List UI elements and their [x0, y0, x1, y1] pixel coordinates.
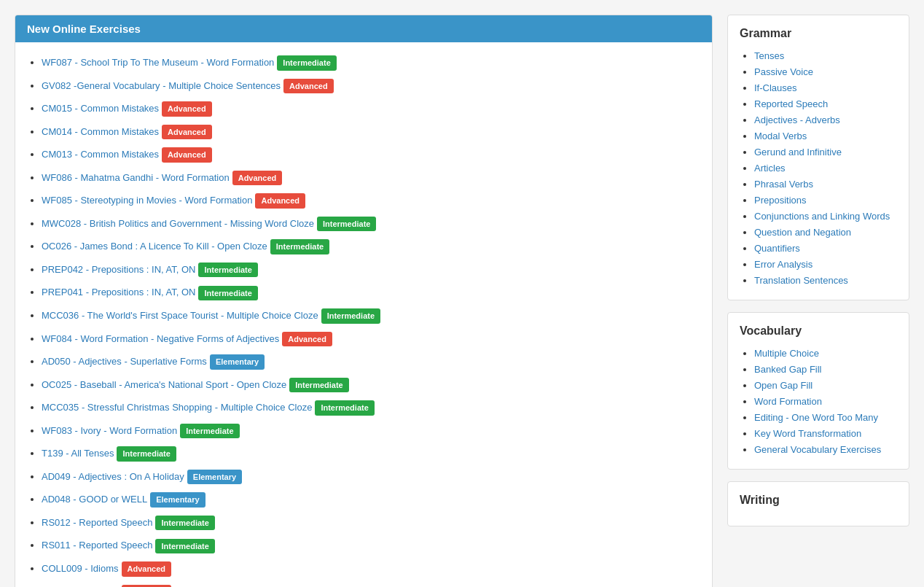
level-badge: Elementary [150, 492, 205, 508]
level-badge: Advanced [162, 101, 212, 117]
level-badge: Intermediate [315, 400, 374, 416]
vocabulary-section: Vocabulary Multiple ChoiceBanked Gap Fil… [727, 312, 909, 470]
exercise-link[interactable]: WF086 - Mahatma Gandhi - Word Formation [42, 172, 230, 183]
level-badge: Elementary [210, 354, 265, 370]
exercise-link[interactable]: AD050 - Adjectives - Superlative Forms [42, 356, 207, 367]
exercise-link[interactable]: WF083 - Ivory - Word Formation [42, 425, 177, 436]
grammar-item-link[interactable]: Passive Voice [754, 66, 813, 77]
level-badge: Advanced [122, 561, 172, 577]
vocabulary-item-link[interactable]: Open Gap Fill [754, 380, 813, 391]
level-badge: Advanced [282, 332, 332, 347]
level-badge: Advanced [255, 193, 305, 209]
vocabulary-item-link[interactable]: Key Word Transformation [754, 428, 861, 439]
writing-title: Writing [740, 494, 897, 507]
level-badge: Intermediate [180, 424, 239, 439]
exercise-link[interactable]: WF085 - Stereotyping in Movies - Word Fo… [42, 195, 252, 206]
vocabulary-item-link[interactable]: Multiple Choice [754, 348, 819, 359]
level-badge: Intermediate [277, 55, 336, 71]
grammar-item-link[interactable]: Gerund and Infinitive [754, 147, 842, 158]
level-badge: Advanced [162, 125, 212, 140]
exercises-header: New Online Exercises [15, 15, 712, 42]
vocabulary-list: Multiple ChoiceBanked Gap FillOpen Gap F… [740, 345, 897, 457]
exercise-link[interactable]: RS012 - Reported Speech [42, 517, 152, 528]
grammar-item-link[interactable]: Articles [754, 163, 786, 174]
exercise-link[interactable]: AD049 - Adjectives : On A Holiday [42, 471, 184, 482]
exercise-link[interactable]: MWC028 - British Politics and Government… [42, 218, 314, 229]
grammar-item-link[interactable]: Reported Speech [754, 98, 828, 109]
exercises-list: WF087 - School Trip To The Museum - Word… [15, 42, 712, 587]
level-badge: Elementary [187, 470, 242, 485]
grammar-item-link[interactable]: Question and Negation [754, 227, 851, 238]
exercise-link[interactable]: CM015 - Common Mistakes [42, 103, 159, 114]
grammar-title: Grammar [740, 27, 897, 40]
level-badge: Intermediate [289, 378, 348, 393]
level-badge: Advanced [232, 171, 283, 186]
sidebar: Grammar TensesPassive VoiceIf-ClausesRep… [727, 15, 909, 587]
grammar-item-link[interactable]: Translation Sentences [754, 275, 848, 286]
grammar-item-link[interactable]: If-Clauses [754, 82, 797, 93]
main-content: New Online Exercises WF087 - School Trip… [15, 15, 713, 587]
level-badge: Intermediate [117, 446, 176, 462]
exercise-link[interactable]: OC026 - James Bond : A Licence To Kill -… [42, 241, 267, 252]
level-badge: Advanced [162, 147, 212, 163]
grammar-item-link[interactable]: Conjunctions and Linking Words [754, 211, 890, 222]
level-badge: Advanced [283, 79, 334, 94]
grammar-item-link[interactable]: Tenses [754, 50, 784, 61]
grammar-item-link[interactable]: Phrasal Verbs [754, 179, 813, 190]
grammar-item-link[interactable]: Adjectives - Adverbs [754, 114, 840, 125]
exercise-link[interactable]: OC025 - Baseball - America's National Sp… [42, 379, 286, 390]
exercise-link[interactable]: CM013 - Common Mistakes [42, 149, 159, 160]
level-badge: Intermediate [198, 286, 257, 301]
level-badge: Advanced [122, 585, 172, 587]
exercise-link[interactable]: COLL009 - Idioms [42, 563, 119, 574]
writing-section: Writing [727, 481, 909, 526]
level-badge: Intermediate [317, 217, 376, 232]
vocabulary-item-link[interactable]: Word Formation [754, 396, 822, 407]
vocabulary-item-link[interactable]: Editing - One Word Too Many [754, 412, 878, 423]
exercise-link[interactable]: GV082 -General Vocabulary - Multiple Cho… [42, 80, 281, 91]
exercise-link[interactable]: WF084 - Word Formation - Negative Forms … [42, 333, 279, 344]
grammar-list: TensesPassive VoiceIf-ClausesReported Sp… [740, 47, 897, 288]
exercises-box: New Online Exercises WF087 - School Trip… [15, 15, 713, 587]
vocabulary-item-link[interactable]: General Vocabulary Exercises [754, 444, 881, 455]
exercise-link[interactable]: WF087 - School Trip To The Museum - Word… [42, 57, 274, 68]
exercise-link[interactable]: RS011 - Reported Speech [42, 540, 152, 551]
exercise-link[interactable]: CM014 - Common Mistakes [42, 126, 159, 137]
exercise-link[interactable]: PREP042 - Prepositions : IN, AT, ON [42, 264, 195, 275]
grammar-section: Grammar TensesPassive VoiceIf-ClausesRep… [727, 15, 909, 300]
level-badge: Intermediate [155, 539, 214, 554]
level-badge: Intermediate [321, 308, 380, 324]
level-badge: Intermediate [198, 263, 257, 278]
exercise-link[interactable]: PREP041 - Prepositions : IN, AT, ON [42, 287, 195, 298]
exercise-link[interactable]: MCC036 - The World's First Space Tourist… [42, 310, 318, 321]
grammar-item-link[interactable]: Prepositions [754, 195, 807, 206]
level-badge: Intermediate [155, 516, 214, 531]
vocabulary-item-link[interactable]: Banked Gap Fill [754, 364, 822, 375]
exercise-link[interactable]: MCC035 - Stressful Christmas Shopping - … [42, 402, 312, 413]
level-badge: Intermediate [270, 239, 329, 254]
exercise-link[interactable]: T139 - All Tenses [42, 448, 114, 459]
exercise-link[interactable]: AD048 - GOOD or WELL [42, 494, 147, 505]
grammar-item-link[interactable]: Quantifiers [754, 243, 800, 254]
grammar-item-link[interactable]: Modal Verbs [754, 131, 807, 141]
vocabulary-title: Vocabulary [740, 324, 897, 338]
grammar-item-link[interactable]: Error Analysis [754, 259, 813, 270]
